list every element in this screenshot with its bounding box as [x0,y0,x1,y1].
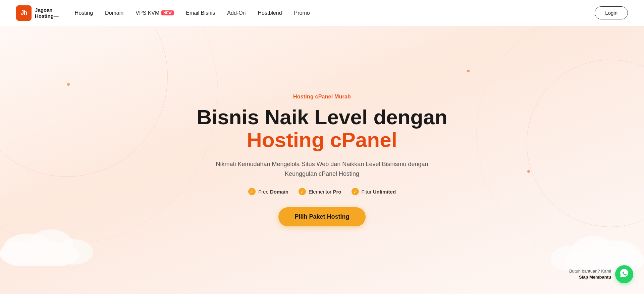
hero-content: Hosting cPanel Murah Bisnis Naik Level d… [171,94,473,227]
feature-label-3: Fitur Unlimited [362,189,396,195]
nav-link-hosting[interactable]: Hosting [75,10,93,16]
nav-link-hostblend[interactable]: Hostblend [258,10,282,16]
whatsapp-text: Butuh bantuan? Kami Siap Membantu [569,268,611,280]
login-button[interactable]: Login [595,6,628,19]
svg-point-1 [3,233,54,265]
hero-title-part2: Hosting cPanel [247,128,397,151]
whatsapp-button[interactable] [615,265,633,283]
vps-badge: VPS KVM NEW [136,10,174,16]
check-icon-3: ✓ [352,188,359,195]
check-icon-1: ✓ [248,188,256,195]
navbar: Jh Jagoan Hosting— Hosting Domain VPS KV… [0,0,644,26]
svg-point-2 [28,229,73,263]
hero-section: Hosting cPanel Murah Bisnis Naik Level d… [0,26,644,294]
hero-title: Bisnis Naik Level dengan Hosting cPanel [178,106,466,151]
svg-point-3 [54,239,93,265]
nav-item-promo[interactable]: Promo [294,10,310,16]
nav-item-email[interactable]: Email Bisnis [186,10,215,16]
nav-item-hosting[interactable]: Hosting [75,10,93,16]
nav-links: Hosting Domain VPS KVM NEW Email Bisnis … [75,10,310,16]
nav-link-vps[interactable]: VPS KVM NEW [136,10,174,16]
svg-point-0 [0,240,79,266]
navbar-left: Jh Jagoan Hosting— Hosting Domain VPS KV… [16,5,310,21]
nav-link-email[interactable]: Email Bisnis [186,10,215,16]
whatsapp-help-text: Butuh bantuan? Kami [569,269,611,274]
dot-deco-1 [67,83,70,86]
nav-item-domain[interactable]: Domain [105,10,123,16]
nav-link-domain[interactable]: Domain [105,10,123,16]
feature-elementor-pro: ✓ Elementor Pro [299,188,341,195]
feature-label-1: Free Domain [258,189,288,195]
feature-fitur-unlimited: ✓ Fitur Unlimited [352,188,396,195]
whatsapp-float: Butuh bantuan? Kami Siap Membantu [569,265,633,283]
nav-item-hostblend[interactable]: Hostblend [258,10,282,16]
whatsapp-ready-text: Siap Membantu [569,274,611,280]
hero-features: ✓ Free Domain ✓ Elementor Pro ✓ Fitur Un… [178,188,466,195]
circle-deco-3 [527,60,644,227]
hero-subtitle: Hosting cPanel Murah [178,94,466,100]
feature-free-domain: ✓ Free Domain [248,188,288,195]
cloud-left [0,210,107,267]
check-icon-2: ✓ [299,188,306,195]
nav-item-addon[interactable]: Add-On [227,10,246,16]
nav-link-addon[interactable]: Add-On [227,10,246,16]
circle-deco-4 [476,26,644,261]
feature-label-2: Elementor Pro [309,189,341,195]
whatsapp-icon [619,268,629,281]
svg-point-4 [0,242,34,264]
logo-text: Jagoan Hosting— [35,7,59,19]
dot-deco-3 [467,70,470,72]
svg-point-7 [571,236,616,270]
hero-description: Nikmati Kemudahan Mengelola Situs Web da… [205,159,439,179]
circle-deco-1 [0,26,168,177]
dot-deco-2 [527,170,530,173]
cta-button[interactable]: Pilih Paket Hosting [278,207,365,226]
nav-item-vps[interactable]: VPS KVM NEW [136,10,174,16]
hero-title-part1: Bisnis Naik Level dengan [197,105,447,129]
nav-link-promo[interactable]: Promo [294,10,310,16]
new-badge: NEW [161,10,174,15]
logo[interactable]: Jh Jagoan Hosting— [16,5,59,21]
logo-icon: Jh [16,5,32,21]
